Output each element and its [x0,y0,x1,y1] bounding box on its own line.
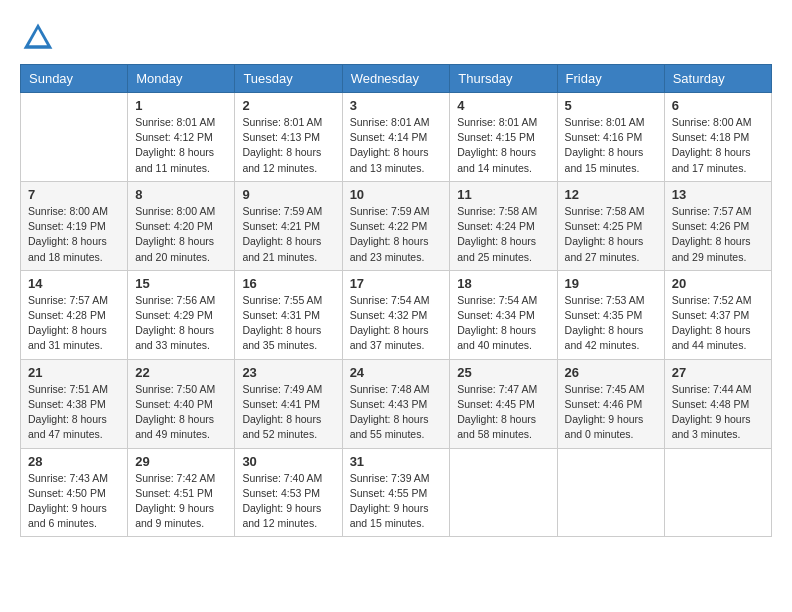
calendar-cell: 5Sunrise: 8:01 AMSunset: 4:16 PMDaylight… [557,93,664,182]
day-info: Sunrise: 8:01 AMSunset: 4:14 PMDaylight:… [350,115,443,176]
day-number: 12 [565,187,657,202]
calendar-cell: 28Sunrise: 7:43 AMSunset: 4:50 PMDayligh… [21,448,128,537]
day-number: 28 [28,454,120,469]
calendar-cell: 21Sunrise: 7:51 AMSunset: 4:38 PMDayligh… [21,359,128,448]
day-number: 24 [350,365,443,380]
calendar-cell: 29Sunrise: 7:42 AMSunset: 4:51 PMDayligh… [128,448,235,537]
calendar-table: SundayMondayTuesdayWednesdayThursdayFrid… [20,64,772,537]
calendar-cell: 24Sunrise: 7:48 AMSunset: 4:43 PMDayligh… [342,359,450,448]
day-number: 16 [242,276,334,291]
calendar-cell [450,448,557,537]
day-info: Sunrise: 7:45 AMSunset: 4:46 PMDaylight:… [565,382,657,443]
day-info: Sunrise: 7:55 AMSunset: 4:31 PMDaylight:… [242,293,334,354]
day-info: Sunrise: 7:44 AMSunset: 4:48 PMDaylight:… [672,382,764,443]
day-number: 5 [565,98,657,113]
day-info: Sunrise: 7:57 AMSunset: 4:28 PMDaylight:… [28,293,120,354]
calendar-cell [21,93,128,182]
calendar-header-row: SundayMondayTuesdayWednesdayThursdayFrid… [21,65,772,93]
day-info: Sunrise: 7:43 AMSunset: 4:50 PMDaylight:… [28,471,120,532]
day-header-monday: Monday [128,65,235,93]
day-number: 19 [565,276,657,291]
calendar-cell: 11Sunrise: 7:58 AMSunset: 4:24 PMDayligh… [450,181,557,270]
day-info: Sunrise: 7:50 AMSunset: 4:40 PMDaylight:… [135,382,227,443]
day-header-sunday: Sunday [21,65,128,93]
calendar-cell: 2Sunrise: 8:01 AMSunset: 4:13 PMDaylight… [235,93,342,182]
day-number: 18 [457,276,549,291]
day-number: 6 [672,98,764,113]
day-info: Sunrise: 7:47 AMSunset: 4:45 PMDaylight:… [457,382,549,443]
day-number: 20 [672,276,764,291]
logo [20,20,60,56]
calendar-week-4: 21Sunrise: 7:51 AMSunset: 4:38 PMDayligh… [21,359,772,448]
calendar-cell: 18Sunrise: 7:54 AMSunset: 4:34 PMDayligh… [450,270,557,359]
day-info: Sunrise: 7:53 AMSunset: 4:35 PMDaylight:… [565,293,657,354]
calendar-cell: 8Sunrise: 8:00 AMSunset: 4:20 PMDaylight… [128,181,235,270]
day-info: Sunrise: 7:56 AMSunset: 4:29 PMDaylight:… [135,293,227,354]
day-info: Sunrise: 8:00 AMSunset: 4:20 PMDaylight:… [135,204,227,265]
day-info: Sunrise: 7:54 AMSunset: 4:32 PMDaylight:… [350,293,443,354]
day-info: Sunrise: 7:54 AMSunset: 4:34 PMDaylight:… [457,293,549,354]
day-number: 31 [350,454,443,469]
calendar-week-5: 28Sunrise: 7:43 AMSunset: 4:50 PMDayligh… [21,448,772,537]
day-number: 11 [457,187,549,202]
calendar-cell: 27Sunrise: 7:44 AMSunset: 4:48 PMDayligh… [664,359,771,448]
calendar-week-1: 1Sunrise: 8:01 AMSunset: 4:12 PMDaylight… [21,93,772,182]
day-info: Sunrise: 7:49 AMSunset: 4:41 PMDaylight:… [242,382,334,443]
calendar-week-3: 14Sunrise: 7:57 AMSunset: 4:28 PMDayligh… [21,270,772,359]
calendar-cell: 16Sunrise: 7:55 AMSunset: 4:31 PMDayligh… [235,270,342,359]
calendar-cell [557,448,664,537]
day-header-tuesday: Tuesday [235,65,342,93]
day-info: Sunrise: 8:00 AMSunset: 4:19 PMDaylight:… [28,204,120,265]
day-number: 3 [350,98,443,113]
day-number: 4 [457,98,549,113]
day-number: 25 [457,365,549,380]
logo-icon [20,20,56,56]
calendar-cell: 30Sunrise: 7:40 AMSunset: 4:53 PMDayligh… [235,448,342,537]
page-header [20,20,772,56]
calendar-cell: 4Sunrise: 8:01 AMSunset: 4:15 PMDaylight… [450,93,557,182]
calendar-cell: 1Sunrise: 8:01 AMSunset: 4:12 PMDaylight… [128,93,235,182]
calendar-cell: 26Sunrise: 7:45 AMSunset: 4:46 PMDayligh… [557,359,664,448]
day-number: 23 [242,365,334,380]
calendar-cell: 14Sunrise: 7:57 AMSunset: 4:28 PMDayligh… [21,270,128,359]
day-info: Sunrise: 7:58 AMSunset: 4:24 PMDaylight:… [457,204,549,265]
day-number: 10 [350,187,443,202]
calendar-cell: 13Sunrise: 7:57 AMSunset: 4:26 PMDayligh… [664,181,771,270]
day-info: Sunrise: 8:00 AMSunset: 4:18 PMDaylight:… [672,115,764,176]
day-number: 26 [565,365,657,380]
day-info: Sunrise: 8:01 AMSunset: 4:12 PMDaylight:… [135,115,227,176]
calendar-cell: 17Sunrise: 7:54 AMSunset: 4:32 PMDayligh… [342,270,450,359]
day-info: Sunrise: 7:39 AMSunset: 4:55 PMDaylight:… [350,471,443,532]
day-number: 15 [135,276,227,291]
calendar-cell: 9Sunrise: 7:59 AMSunset: 4:21 PMDaylight… [235,181,342,270]
calendar-cell: 22Sunrise: 7:50 AMSunset: 4:40 PMDayligh… [128,359,235,448]
day-number: 21 [28,365,120,380]
day-info: Sunrise: 8:01 AMSunset: 4:13 PMDaylight:… [242,115,334,176]
day-number: 27 [672,365,764,380]
day-info: Sunrise: 7:58 AMSunset: 4:25 PMDaylight:… [565,204,657,265]
day-number: 8 [135,187,227,202]
calendar-cell: 12Sunrise: 7:58 AMSunset: 4:25 PMDayligh… [557,181,664,270]
day-number: 13 [672,187,764,202]
calendar-cell: 23Sunrise: 7:49 AMSunset: 4:41 PMDayligh… [235,359,342,448]
calendar-cell: 20Sunrise: 7:52 AMSunset: 4:37 PMDayligh… [664,270,771,359]
day-number: 14 [28,276,120,291]
day-info: Sunrise: 7:51 AMSunset: 4:38 PMDaylight:… [28,382,120,443]
day-info: Sunrise: 7:48 AMSunset: 4:43 PMDaylight:… [350,382,443,443]
day-number: 30 [242,454,334,469]
day-header-wednesday: Wednesday [342,65,450,93]
day-info: Sunrise: 8:01 AMSunset: 4:16 PMDaylight:… [565,115,657,176]
calendar-cell: 15Sunrise: 7:56 AMSunset: 4:29 PMDayligh… [128,270,235,359]
calendar-cell: 7Sunrise: 8:00 AMSunset: 4:19 PMDaylight… [21,181,128,270]
calendar-week-2: 7Sunrise: 8:00 AMSunset: 4:19 PMDaylight… [21,181,772,270]
calendar-cell [664,448,771,537]
day-number: 1 [135,98,227,113]
calendar-cell: 19Sunrise: 7:53 AMSunset: 4:35 PMDayligh… [557,270,664,359]
calendar-cell: 3Sunrise: 8:01 AMSunset: 4:14 PMDaylight… [342,93,450,182]
day-header-thursday: Thursday [450,65,557,93]
day-number: 22 [135,365,227,380]
day-number: 29 [135,454,227,469]
day-header-friday: Friday [557,65,664,93]
calendar-cell: 31Sunrise: 7:39 AMSunset: 4:55 PMDayligh… [342,448,450,537]
day-header-saturday: Saturday [664,65,771,93]
